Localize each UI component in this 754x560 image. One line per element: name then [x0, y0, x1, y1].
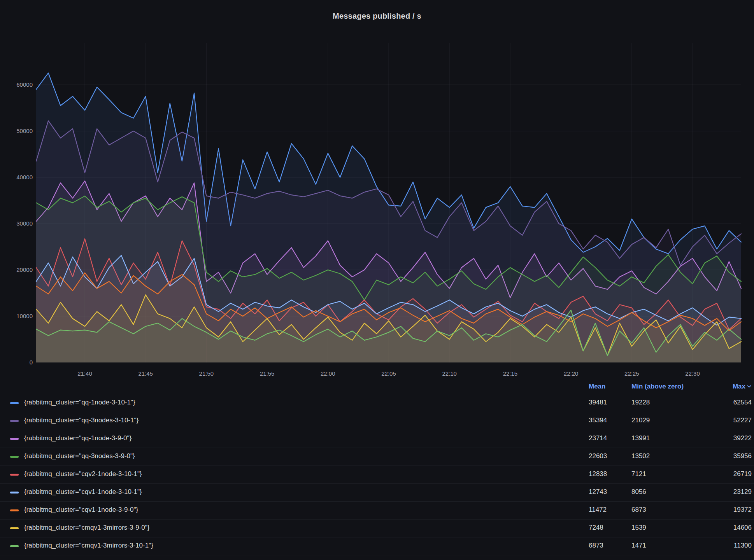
series-stat-mean: 11472 [589, 506, 628, 514]
x-axis-tick-label: 21:50 [199, 370, 214, 377]
series-stat-mean: 23714 [589, 434, 628, 442]
legend-column-mean[interactable]: Mean [589, 383, 628, 390]
series-stat-mean: 7248 [589, 524, 628, 532]
y-axis-tick-label: 50000 [16, 128, 33, 134]
series-stat-max: 14606 [700, 524, 752, 532]
legend-row: {rabbitmq_cluster="qq-3nodes-3-9-0"}2260… [0, 448, 754, 466]
x-axis-tick-label: 22:25 [624, 370, 639, 377]
series-stat-max: 62554 [700, 399, 752, 406]
x-axis-tick-label: 22:30 [685, 370, 700, 377]
series-label[interactable]: {rabbitmq_cluster="qq-3nodes-3-9-0"} [24, 452, 135, 460]
y-axis-tick-label: 10000 [16, 313, 33, 319]
series-label[interactable]: {rabbitmq_cluster="cqv1-1node-3-9-0"} [24, 506, 138, 514]
x-axis-tick-label: 22:10 [442, 370, 457, 377]
series-color-swatch[interactable] [10, 402, 19, 404]
x-axis-tick-label: 21:40 [77, 370, 92, 377]
series-stat-max: 23129 [700, 488, 752, 496]
legend-table: {rabbitmq_cluster="qq-1node-3-10-1"}3948… [0, 394, 754, 555]
series-stat-mean: 12743 [589, 488, 628, 496]
series-stat-mean: 35394 [589, 416, 628, 424]
series-color-swatch[interactable] [10, 438, 19, 440]
series-color-swatch[interactable] [10, 420, 19, 422]
series-stat-mean: 22603 [589, 452, 628, 460]
series-color-swatch[interactable] [10, 527, 19, 529]
legend-row: {rabbitmq_cluster="cmqv1-3mirrors-3-9-0"… [0, 520, 754, 537]
legend-row: {rabbitmq_cluster="cqv2-1node-3-10-1"}12… [0, 466, 754, 484]
series-stat-max: 26719 [700, 470, 752, 478]
panel-title: Messages published / s [0, 12, 754, 21]
series-stat-max: 39222 [700, 434, 752, 442]
legend-column-max-label: Max [733, 383, 745, 390]
series-label[interactable]: {rabbitmq_cluster="qq-1node-3-10-1"} [24, 399, 135, 406]
y-axis-tick-label: 40000 [16, 174, 33, 180]
sort-desc-chevron-icon [747, 384, 752, 389]
x-axis-tick-label: 21:45 [138, 370, 153, 377]
series-label[interactable]: {rabbitmq_cluster="qq-3nodes-3-10-1"} [24, 416, 139, 424]
x-axis-tick-label: 21:55 [260, 370, 275, 377]
legend-column-max[interactable]: Max [700, 383, 752, 390]
x-axis-tick-label: 22:20 [564, 370, 579, 377]
series-color-swatch[interactable] [10, 474, 19, 476]
series-stat-mean: 12838 [589, 470, 628, 478]
series-stat-max: 19372 [700, 506, 752, 514]
series-color-swatch[interactable] [10, 509, 19, 511]
y-axis-tick-label: 30000 [16, 220, 33, 227]
series-stat-max: 35956 [700, 452, 752, 460]
series-label[interactable]: {rabbitmq_cluster="qq-1node-3-9-0"} [24, 434, 132, 442]
legend-row: {rabbitmq_cluster="cmqv1-3mirrors-3-10-1… [0, 537, 754, 555]
series-color-swatch[interactable] [10, 545, 19, 547]
legend-row: {rabbitmq_cluster="qq-1node-3-10-1"}3948… [0, 394, 754, 412]
timeseries-panel: Messages published / s 01000020000300004… [0, 0, 754, 560]
series-stat-max: 52227 [700, 416, 752, 424]
series-color-swatch[interactable] [10, 456, 19, 458]
y-axis-tick-label: 60000 [16, 81, 33, 88]
series-label[interactable]: {rabbitmq_cluster="cmqv1-3mirrors-3-9-0"… [24, 524, 149, 532]
x-axis-tick-label: 22:15 [503, 370, 518, 377]
series-stat-max: 11300 [700, 542, 752, 550]
series-color-swatch[interactable] [10, 492, 19, 494]
x-axis-tick-label: 22:05 [381, 370, 396, 377]
series-stat-mean: 6873 [589, 542, 628, 550]
series-label[interactable]: {rabbitmq_cluster="cqv2-1node-3-10-1"} [24, 470, 142, 478]
timeseries-plot[interactable]: 010000200003000040000500006000021:4021:4… [0, 31, 754, 381]
legend-header: Mean Min (above zero) Max [0, 383, 754, 394]
legend-row: {rabbitmq_cluster="cqv1-1node-3-10-1"}12… [0, 484, 754, 502]
series-label[interactable]: {rabbitmq_cluster="cqv1-1node-3-10-1"} [24, 488, 142, 496]
legend-row: {rabbitmq_cluster="qq-3nodes-3-10-1"}353… [0, 412, 754, 430]
y-axis-tick-label: 20000 [16, 266, 33, 273]
series-label[interactable]: {rabbitmq_cluster="cmqv1-3mirrors-3-10-1… [24, 542, 153, 550]
legend-row: {rabbitmq_cluster="cqv1-1node-3-9-0"}114… [0, 502, 754, 520]
x-axis-tick-label: 22:00 [321, 370, 335, 377]
series-stat-mean: 39481 [589, 399, 628, 406]
legend-row: {rabbitmq_cluster="qq-1node-3-9-0"}23714… [0, 430, 754, 448]
y-axis-tick-label: 0 [30, 359, 33, 366]
